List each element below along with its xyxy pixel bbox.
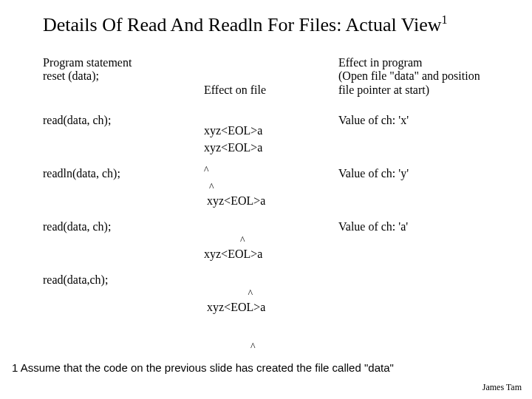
header-c3-line2: (Open file "data" and position <box>338 69 516 83</box>
header-col-statement: Program statement reset (data); <box>43 56 191 83</box>
cell-statement: read(data, ch); <box>43 220 191 233</box>
header-c2-line1: Effect on file <box>204 83 333 97</box>
file-text: xyz<EOL>a <box>204 194 333 208</box>
cell-statement: read(data,ch); <box>43 273 191 287</box>
file-caret: ^ <box>204 341 333 353</box>
cell-effect: Value of ch: 'y' <box>338 167 516 180</box>
author-credit: James Tam <box>482 382 522 393</box>
file-text: xyz<EOL>a <box>204 301 333 314</box>
footnote: 1 Assume that the code on the previous s… <box>12 361 394 374</box>
file-text: xyz<EOL>a <box>204 141 333 154</box>
cell-effect: Value of ch: 'a' <box>338 220 516 233</box>
table-row: readln(data, ch); xyz<EOL>a ^ Value of c… <box>43 167 501 220</box>
slide: Details Of Read And Readln For Files: Ac… <box>0 0 532 399</box>
table-header-row: Program statement reset (data); Effect o… <box>43 56 501 114</box>
table-row: read(data, ch); xyz<EOL>a ^ Value of ch:… <box>43 220 501 273</box>
header-c3-line1: Effect in program <box>338 56 516 69</box>
file-text: xyz<EOL>a <box>204 248 333 261</box>
title-superscript: 1 <box>442 13 448 26</box>
cell-effect: Value of ch: 'x' <box>338 114 516 127</box>
header-c1-line1: Program statement <box>43 56 191 69</box>
table-row: read(data, ch); xyz<EOL>a ^ Value of ch:… <box>43 114 501 167</box>
cell-statement: readln(data, ch); <box>43 167 191 180</box>
page-title: Details Of Read And Readln For Files: Ac… <box>43 13 448 36</box>
header-c3-line3: file pointer at start) <box>338 83 516 97</box>
content-table: Program statement reset (data); Effect o… <box>43 56 501 327</box>
cell-statement: read(data, ch); <box>43 114 191 127</box>
header-c1-line2: reset (data); <box>43 69 191 83</box>
header-col-program: Effect in program (Open file "data" and … <box>338 56 516 97</box>
title-text: Details Of Read And Readln For Files: Ac… <box>43 14 442 35</box>
table-row: read(data,ch); xyz<EOL>a ^ <box>43 273 501 327</box>
